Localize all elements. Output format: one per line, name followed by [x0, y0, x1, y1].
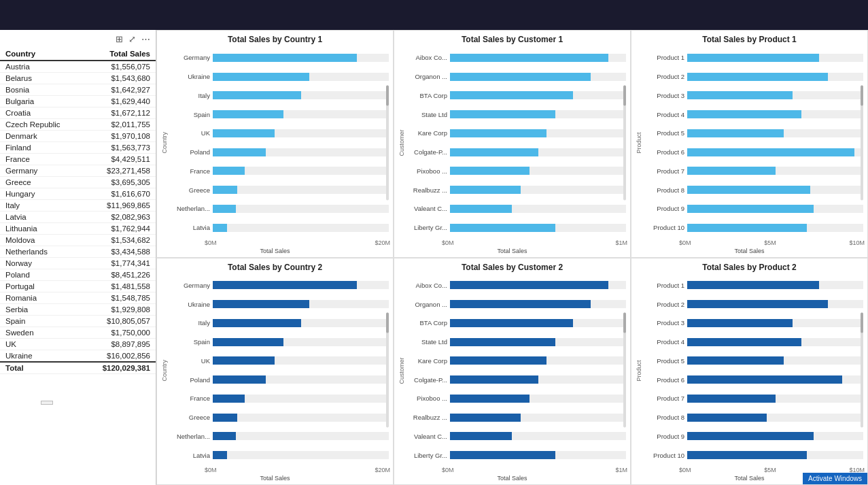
table-row[interactable]: Denmark$1,970,108: [0, 131, 156, 142]
table-row[interactable]: Bulgaria$1,629,440: [0, 96, 156, 107]
country-cell: Finland: [0, 142, 82, 154]
bar-row: State Ltd: [408, 336, 626, 348]
bar-track: [687, 375, 863, 384]
bar-label: Ukraine: [171, 73, 213, 80]
x-axis-label-customer1: Total Sales: [397, 248, 627, 254]
bar-label: Greece: [171, 414, 213, 421]
scroll-indicator[interactable]: [861, 85, 863, 200]
bar-track: [450, 148, 626, 156]
table-row[interactable]: Bosnia$1,642,927: [0, 84, 156, 96]
sales-cell: $3,695,305: [82, 177, 156, 188]
sales-cell: $16,002,856: [82, 350, 156, 363]
table-row[interactable]: Serbia$1,929,808: [0, 304, 156, 316]
bar-row: Colgate-P...: [408, 373, 626, 386]
bar-label: Product 1: [645, 54, 687, 61]
scroll-thumb[interactable]: [386, 85, 389, 105]
table-row[interactable]: Italy$11,969,865: [0, 200, 156, 212]
country-cell: France: [0, 154, 82, 165]
table-row[interactable]: Netherlands$3,434,588: [0, 246, 156, 258]
bar-track: [450, 414, 626, 422]
expand-icon[interactable]: ⤢: [128, 34, 136, 44]
table-row[interactable]: Czech Republic$2,011,755: [0, 119, 156, 131]
chart-country1: Total Sales by Country 1CountryGermanyUk…: [156, 30, 394, 258]
table-row[interactable]: Belarus$1,543,680: [0, 73, 156, 84]
scroll-indicator[interactable]: [861, 313, 863, 428]
table-row[interactable]: Lithuania$1,762,944: [0, 223, 156, 235]
bar-fill: [687, 110, 801, 118]
bar-row: Product 4: [645, 336, 863, 348]
bar-track: [450, 110, 626, 118]
bar-label: Greece: [171, 186, 213, 194]
filter-icon[interactable]: ⊞: [116, 34, 123, 44]
scroll-indicator[interactable]: [386, 85, 389, 200]
bar-track: [687, 91, 863, 99]
activate-windows-banner[interactable]: Activate Windows: [803, 473, 867, 484]
table-row[interactable]: UK$8,897,895: [0, 339, 156, 350]
scroll-thumb[interactable]: [623, 313, 626, 333]
bars-section-country2: GermanyUkraineItalySpainUKPolandFranceGr…: [169, 275, 390, 467]
x-axis-label-product1: Total Sales: [634, 248, 865, 254]
bar-label: Product 10: [645, 224, 687, 231]
bar-track: [450, 395, 626, 403]
bar-label: France: [171, 395, 213, 402]
table-row[interactable]: Romania$1,548,785: [0, 292, 156, 304]
bar-row: UK: [171, 354, 389, 367]
table-row[interactable]: Germany$23,271,458: [0, 165, 156, 177]
bar-fill: [687, 281, 819, 289]
more-icon[interactable]: ⋯: [141, 34, 150, 44]
bar-track: [213, 451, 389, 459]
bar-fill: [450, 205, 512, 213]
bar-track: [213, 414, 389, 422]
bar-row: Liberty Gr...: [408, 222, 626, 234]
scroll-indicator[interactable]: [623, 85, 626, 200]
bar-fill: [213, 129, 275, 137]
bars-section-product2: Product 1Product 2Product 3Product 4Prod…: [644, 275, 865, 467]
sales-cell: $2,011,755: [82, 119, 156, 131]
country-cell: Norway: [0, 258, 82, 269]
table-row[interactable]: Norway$1,774,341: [0, 258, 156, 269]
sales-cell: $1,481,558: [82, 281, 156, 292]
page-header: [0, 0, 868, 30]
bar-track: [450, 129, 626, 137]
table-row[interactable]: Latvia$2,082,963: [0, 212, 156, 223]
bar-track: [213, 186, 389, 194]
bar-fill: [450, 451, 555, 459]
scroll-thumb[interactable]: [386, 313, 389, 333]
scroll-indicator[interactable]: [386, 313, 389, 428]
sales-cell: $1,556,075: [82, 61, 156, 73]
table-row[interactable]: Finland$1,563,773: [0, 142, 156, 154]
bar-label: Product 9: [645, 205, 687, 212]
bar-fill: [450, 281, 608, 289]
country-cell: Moldova: [0, 235, 82, 246]
table-row[interactable]: Sweden$1,750,000: [0, 327, 156, 339]
bar-row: Realbuzz ...: [408, 412, 626, 424]
table-row[interactable]: Austria$1,556,075: [0, 61, 156, 73]
scroll-thumb[interactable]: [623, 85, 626, 105]
country-cell: Latvia: [0, 212, 82, 223]
bar-row: State Ltd: [408, 108, 626, 120]
table-row[interactable]: Greece$3,695,305: [0, 177, 156, 188]
bar-fill: [213, 205, 236, 213]
table-row[interactable]: Poland$8,451,226: [0, 269, 156, 281]
bar-label: Poland: [171, 148, 213, 156]
table-row[interactable]: France$4,429,511: [0, 154, 156, 165]
table-row[interactable]: Croatia$1,672,112: [0, 107, 156, 119]
chart-area-customer2: CustomerAibox Co...Organon ...BTA CorpSt…: [397, 275, 627, 467]
table-row[interactable]: Hungary$1,616,670: [0, 188, 156, 200]
country-cell: Bulgaria: [0, 96, 82, 107]
table-row[interactable]: Portugal$1,481,558: [0, 281, 156, 292]
sales-cell: $1,750,000: [82, 327, 156, 339]
table-row[interactable]: Spain$10,805,057: [0, 316, 156, 327]
bar-fill: [213, 186, 237, 194]
scroll-thumb[interactable]: [861, 313, 863, 333]
chart-title-customer1: Total Sales by Customer 1: [397, 35, 627, 44]
chart-customer1: Total Sales by Customer 1CustomerAibox C…: [394, 30, 631, 258]
table-row[interactable]: Ukraine$16,002,856: [0, 350, 156, 363]
chart-area-country2: CountryGermanyUkraineItalySpainUKPolandF…: [160, 275, 390, 467]
y-axis-label-product1: Product: [634, 47, 644, 239]
table-row[interactable]: Moldova$1,534,682: [0, 235, 156, 246]
scroll-indicator[interactable]: [623, 313, 626, 428]
scroll-thumb[interactable]: [861, 85, 863, 105]
bar-row: Product 10: [645, 222, 863, 234]
bar-fill: [450, 224, 555, 232]
